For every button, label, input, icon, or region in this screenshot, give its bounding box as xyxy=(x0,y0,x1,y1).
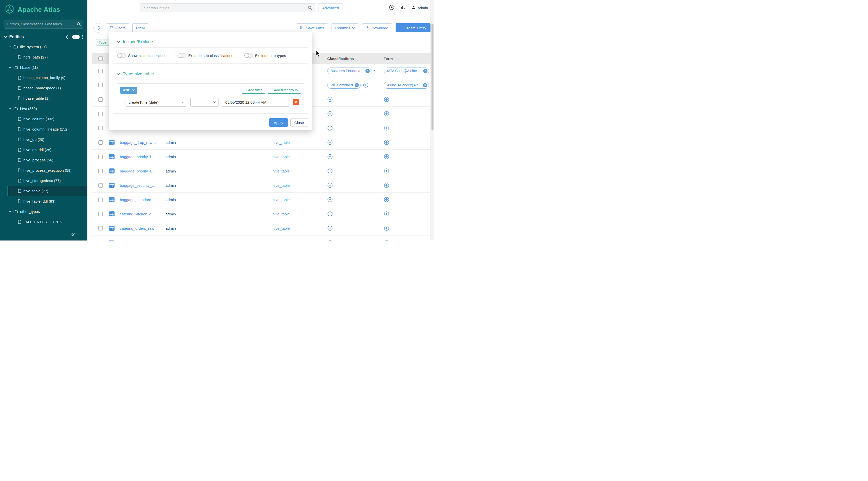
row-checkbox[interactable] xyxy=(98,69,103,73)
toggle-exclude-sub-types[interactable]: Exclude sub-types xyxy=(244,53,286,58)
tree-item-hive-table-ddl-83[interactable]: hive_table_ddl (83) xyxy=(0,196,87,206)
filter-comparator-select[interactable]: = xyxy=(190,98,218,107)
add-term-icon[interactable] xyxy=(384,225,389,231)
tag-pill[interactable]: PII_Combined× xyxy=(327,82,361,89)
toggle-switch[interactable] xyxy=(244,53,253,58)
add-filter-button[interactable]: + Add filter xyxy=(242,87,265,94)
row-checkbox[interactable] xyxy=(98,155,103,159)
add-term-icon[interactable] xyxy=(384,168,389,174)
add-classification-icon[interactable] xyxy=(327,97,333,102)
entity-name-link[interactable]: baggage_drop_raw… xyxy=(120,140,156,145)
entities-tree-header[interactable]: Entities xyxy=(0,32,87,42)
tag-pill[interactable]: IATA Code@Airline …× xyxy=(384,67,429,74)
row-checkbox[interactable] xyxy=(98,126,103,130)
entity-name-link[interactable]: catering_kitchen_q… xyxy=(120,212,155,216)
tree-item-hive-process-execution-58[interactable]: hive_process_execution (58) xyxy=(0,165,87,175)
add-icon[interactable] xyxy=(363,82,368,88)
tree-item-hbase-table-1[interactable]: hbase_table (1) xyxy=(0,93,87,103)
search-icon[interactable] xyxy=(308,5,312,11)
entity-type-link[interactable]: hive_table xyxy=(273,155,289,159)
columns-button[interactable]: Columns xyxy=(332,23,359,32)
remove-tag-icon[interactable]: × xyxy=(354,83,359,87)
row-checkbox[interactable] xyxy=(98,112,103,116)
tag-pill[interactable]: Business Performa…× xyxy=(327,67,371,74)
entity-name-link[interactable]: baggage_security_… xyxy=(120,183,155,188)
row-checkbox[interactable] xyxy=(98,140,103,145)
tree-item-hbase-column-family-9[interactable]: hbase_column_family (9) xyxy=(0,72,87,83)
add-classification-icon[interactable] xyxy=(327,111,333,117)
row-checkbox[interactable] xyxy=(98,83,103,87)
toggle-switch[interactable] xyxy=(178,53,186,58)
tree-item-hive-db-ddl-25[interactable]: hive_db_ddl (25) xyxy=(0,145,87,155)
add-classification-icon[interactable] xyxy=(327,139,333,145)
tree-item-hive-storagedesc-77[interactable]: hive_storagedesc (77) xyxy=(0,175,87,186)
tree-item-hdfs-path-27[interactable]: hdfs_path (27) xyxy=(0,52,87,62)
vertical-scrollbar[interactable] xyxy=(431,0,434,241)
add-classification-icon[interactable] xyxy=(327,240,333,241)
tree-item-hive-process-56[interactable]: hive_process (56) xyxy=(0,155,87,165)
row-checkbox[interactable] xyxy=(98,169,103,173)
entity-type-link[interactable]: hive_table xyxy=(273,169,289,173)
sidebar-collapse-button[interactable]: « xyxy=(71,231,75,237)
add-classification-icon[interactable] xyxy=(327,168,333,174)
add-term-icon[interactable] xyxy=(384,183,389,188)
remove-tag-icon[interactable]: × xyxy=(423,83,427,87)
entity-type-link[interactable]: hive_table xyxy=(273,226,289,230)
remove-tag-icon[interactable]: × xyxy=(423,69,428,73)
row-checkbox[interactable] xyxy=(98,183,103,188)
add-term-icon[interactable] xyxy=(384,211,389,217)
add-classification-icon[interactable] xyxy=(327,211,333,217)
add-filter-group-button[interactable]: + Add filter group xyxy=(268,87,301,94)
add-classification-icon[interactable] xyxy=(327,225,333,231)
toggle-show-historical-entities[interactable]: Show historical entities xyxy=(117,53,166,58)
clear-filters-button[interactable]: Clear xyxy=(132,23,149,32)
toggle-exclude-sub-classifications[interactable]: Exclude sub-classifications xyxy=(178,53,233,58)
type-filter-chip[interactable]: Type: xyxy=(96,39,110,46)
add-term-icon[interactable] xyxy=(384,240,389,241)
row-checkbox[interactable] xyxy=(98,241,103,241)
create-entity-button[interactable]: + Create Entity xyxy=(396,23,431,32)
refresh-button[interactable] xyxy=(93,23,103,33)
row-checkbox[interactable] xyxy=(98,198,103,202)
statistics-icon[interactable] xyxy=(400,5,405,11)
entity-name-link[interactable]: catering_orders_raw xyxy=(120,226,154,230)
tree-item-all-entity-types[interactable]: _ALL_ENTITY_TYPES xyxy=(0,217,87,227)
add-term-icon[interactable] xyxy=(384,97,389,102)
tree-item-hive-880[interactable]: hive (880) xyxy=(0,103,87,114)
entity-search-input[interactable] xyxy=(140,3,315,12)
kebab-menu-icon[interactable] xyxy=(82,35,83,39)
download-button[interactable]: Download xyxy=(362,23,392,32)
filter-field-select[interactable]: createTime (date) xyxy=(126,98,187,107)
tree-item-hive-db-20[interactable]: hive_db (20) xyxy=(0,134,87,145)
entity-type-link[interactable]: hive_table xyxy=(273,212,289,216)
user-menu[interactable]: admin xyxy=(411,5,428,10)
tree-item-file-system-27[interactable]: file_system (27) xyxy=(0,42,87,52)
add-classification-icon[interactable] xyxy=(327,154,333,159)
remove-tag-icon[interactable]: × xyxy=(366,69,370,73)
tag-pill[interactable]: Airline Alliance@Air…× xyxy=(384,82,429,89)
row-checkbox[interactable] xyxy=(98,212,103,216)
filter-value-input[interactable] xyxy=(222,98,289,107)
save-filter-button[interactable]: Save Filter xyxy=(297,23,328,32)
entity-type-link[interactable]: hive_table xyxy=(273,241,289,241)
logo[interactable]: Apache Atlas xyxy=(0,0,87,18)
row-checkbox[interactable] xyxy=(98,97,103,102)
filters-button[interactable]: Filters xyxy=(106,23,129,32)
add-classification-icon[interactable] xyxy=(327,183,333,188)
entity-type-link[interactable]: hive_table xyxy=(273,140,289,145)
include-exclude-header[interactable]: Include/Exclude xyxy=(113,36,308,48)
refresh-icon[interactable] xyxy=(66,35,70,39)
export-icon[interactable] xyxy=(389,5,394,11)
apply-button[interactable]: Apply xyxy=(269,118,288,127)
row-checkbox[interactable] xyxy=(98,226,103,230)
add-term-icon[interactable] xyxy=(384,111,389,117)
entity-type-link[interactable]: hive_table xyxy=(273,183,289,188)
tree-item-hbase-namespace-1[interactable]: hbase_namespace (1) xyxy=(0,83,87,93)
entity-name-link[interactable]: baggage_priority_l… xyxy=(120,155,154,159)
entity-name-link[interactable]: catering_orders_raw xyxy=(120,241,154,241)
add-classification-icon[interactable] xyxy=(327,125,333,131)
add-classification-icon[interactable] xyxy=(327,197,333,202)
select-all-checkbox[interactable] xyxy=(98,57,103,61)
tree-item-hive-column-332[interactable]: hive_column (332) xyxy=(0,114,87,124)
and-or-select[interactable]: AND xyxy=(120,87,137,94)
